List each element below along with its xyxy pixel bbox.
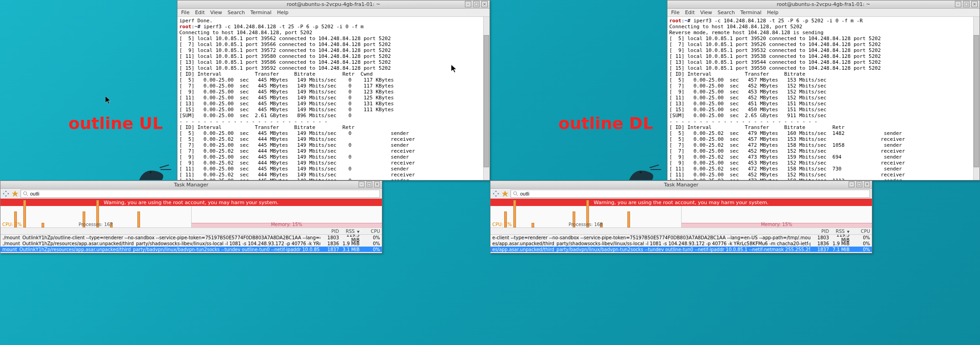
terminal-line: [ 7] 0.00-25.02 sec 444 MBytes 149 Mbits… [179,148,488,154]
terminal-line: [ 7] 0.00-25.00 sec 445 MBytes 149 Mbits… [179,142,488,148]
terminal-line: [ 7] 0.00-25.00 sec 452 MBytes 152 Mbits… [669,148,978,154]
terminal-scrollbar[interactable] [973,17,980,180]
process-table-header[interactable]: PIDRSS ▼CPU [490,228,872,235]
col-rss[interactable]: RSS ▼ [831,229,851,234]
search-box[interactable] [21,190,380,198]
menu-item-search[interactable]: Search [228,10,245,15]
search-icon [23,191,28,196]
process-table-body: e-client --type=renderer --no-sandbox --… [490,235,872,253]
move-icon[interactable] [2,190,10,197]
close-icon[interactable]: × [864,181,870,187]
task-manager-window[interactable]: Task Manager–□×Warning, you are using th… [490,180,872,253]
terminal-titlebar[interactable]: root@ubuntu-s-2vcpu-4gb-fra1-01: ~–□× [667,0,980,9]
terminal-line: - - - - - - - - - - - - - - - - - - - - … [179,118,488,124]
minimize-icon[interactable]: – [955,1,961,7]
svg-point-4 [514,191,517,195]
col-pid[interactable]: PID [810,229,831,234]
menu-item-terminal[interactable]: Terminal [740,10,762,15]
terminal-line: [ 5] local 10.0.85.1 port 39520 connecte… [669,36,978,41]
svg-line-2 [26,195,28,196]
terminal-line: [ ID] Interval Transfer Bitrate Retr [669,124,978,130]
close-icon[interactable]: × [374,181,380,187]
close-icon[interactable]: × [481,1,488,7]
col-pid[interactable]: PID [320,229,341,234]
maximize-icon[interactable]: □ [473,1,480,7]
menu-item-search[interactable]: Search [718,10,735,15]
menu-item-help[interactable]: Help [277,10,288,15]
close-icon[interactable]: × [971,1,978,7]
terminal-line: [ 11] 0.00-25.00 sec 452 MBytes 152 Mbit… [669,95,978,101]
terminal-line: [SUM] 0.00-25.00 sec 2.61 GBytes 896 Mbi… [179,113,488,118]
terminal-line: [ ID] Interval Transfer Bitrate [669,71,978,77]
menu-item-edit[interactable]: Edit [685,10,694,15]
memory-graph: Memory: 15% [682,206,872,227]
terminal-line: [ 9] 0.00-25.00 sec 445 MBytes 149 Mbits… [179,89,488,95]
terminal-line: [ 5] 0.00-25.02 sec 479 MBytes 160 Mbits… [669,130,978,136]
terminal-line: [ 11] 0.00-25.00 sec 452 MBytes 152 Mbit… [669,172,978,178]
terminal-line: iperf Done. [179,18,488,24]
terminal-body[interactable]: iperf Done.root:~# iperf3 -c 104.248.84.… [177,17,490,180]
task-manager-window[interactable]: Task Manager–□×Warning, you are using th… [0,180,382,253]
terminal-line: [SUM] 0.00-25.00 sec 2.65 GBytes 911 Mbi… [669,113,978,118]
terminal-line: - - - - - - - - - - - - - - - - - - - - … [669,118,978,124]
desktop-left: outline ULroot@ubuntu-s-2vcpu-4gb-fra1-0… [0,0,490,345]
search-input[interactable] [30,191,378,196]
process-pid: 1632 [810,253,831,253]
minimize-icon[interactable]: – [359,181,365,187]
col-cpu[interactable]: CPU [851,229,872,234]
process-row[interactable]: e-client --type=renderer --no-sandbox --… [490,235,872,241]
process-table-header[interactable]: PIDRSS ▼CPU [0,228,382,235]
cpu-label: CPU: 7% [2,222,22,227]
process-row[interactable]: pImage16321.6 MiB0% [490,252,872,253]
sort-desc-icon: ▼ [847,230,850,234]
scrollbar-thumb[interactable] [974,35,979,167]
search-input[interactable] [520,191,868,196]
cpu-label: CPU: 7% [492,222,512,227]
menu-item-edit[interactable]: Edit [195,10,204,15]
process-row[interactable]: ./mount_OutlinkY1hZp/outline-client --ty… [0,235,382,241]
terminal-window[interactable]: root@ubuntu-s-2vcpu-4gb-fra1-01: ~–□×Fil… [667,0,980,180]
move-icon[interactable] [492,190,500,197]
maximize-icon[interactable]: □ [856,181,862,187]
scrollbar-thumb[interactable] [484,35,489,167]
process-cpu: 0% [361,241,382,246]
terminal-line: [ 5] 0.00-25.00 sec 457 MBytes 153 Mbits… [669,136,978,142]
process-row[interactable]: sor/outline/Outline-Client.AppImage16321… [0,252,382,253]
star-icon[interactable] [11,190,19,197]
search-box[interactable] [511,190,870,198]
process-row[interactable]: ./mount_OutlinkY1hZp/resources/app.asar.… [0,241,382,247]
maximize-icon[interactable]: □ [963,1,970,7]
menu-item-help[interactable]: Help [767,10,778,15]
process-name: es/app.asar.unpacked/third_party/shadows… [490,241,810,246]
menu-item-file[interactable]: File [671,10,679,15]
maximize-icon[interactable]: □ [366,181,372,187]
star-icon[interactable] [501,190,509,197]
col-rss[interactable]: RSS ▼ [341,229,361,234]
terminal-body[interactable]: root:~# iperf3 -c 104.248.84.128 -t 25 -… [667,17,980,180]
menu-item-view[interactable]: View [210,10,222,15]
taskmgr-titlebar[interactable]: Task Manager–□× [490,181,872,189]
menu-item-terminal[interactable]: Terminal [250,10,272,15]
process-cpu: 0% [851,247,872,252]
process-table-body: ./mount_OutlinkY1hZp/outline-client --ty… [0,235,382,253]
terminal-line: [ ID] Interval Transfer Bitrate Retr Cwn… [179,71,488,77]
terminal-titlebar[interactable]: root@ubuntu-s-2vcpu-4gb-fra1-01: ~–□× [177,0,490,9]
process-row[interactable]: mount_OutlinkY1hZp/resources/app.asar.un… [0,247,382,252]
terminal-window[interactable]: root@ubuntu-s-2vcpu-4gb-fra1-01: ~–□×Fil… [177,0,490,180]
col-cpu[interactable]: CPU [361,229,382,234]
terminal-scrollbar[interactable] [483,17,490,180]
process-row[interactable]: es/app.asar.unpacked/third_party/badvpn/… [490,247,872,252]
menu-item-view[interactable]: View [700,10,712,15]
minimize-icon[interactable]: – [465,1,471,7]
menu-item-file[interactable]: File [181,10,189,15]
terminal-line: Connecting to host 104.248.84.128, port … [669,24,978,30]
terminal-line: [ 13] 0.00-25.00 sec 445 MBytes 149 Mbit… [179,178,488,180]
process-rss: 1.6 MiB [831,253,851,253]
taskmgr-titlebar[interactable]: Task Manager–□× [0,181,382,189]
terminal-line: [ 7] 0.00-25.00 sec 445 MBytes 149 Mbits… [179,83,488,89]
terminal-line: [ 9] local 10.0.85.1 port 39532 connecte… [669,47,978,53]
xfce-mouse-icon [627,164,663,182]
minimize-icon[interactable]: – [849,181,855,187]
process-row[interactable]: es/app.asar.unpacked/third_party/shadows… [490,241,872,247]
process-cpu: 0% [361,235,382,240]
